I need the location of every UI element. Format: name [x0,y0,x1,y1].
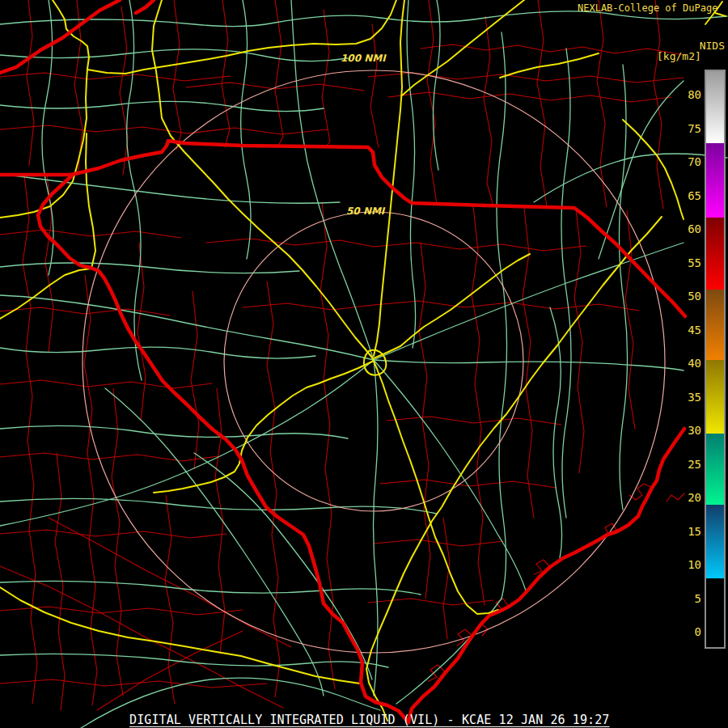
county-borders-path [368,599,493,605]
roads-path [374,360,526,590]
colorbar-tick-65: 65 [675,189,701,202]
colorbar-tick-10: 10 [675,558,701,571]
county-borders-path [472,206,485,605]
county-borders-path [427,0,437,204]
roads-path [550,307,562,558]
roads-path [433,0,440,170]
interstates-path [500,53,599,78]
county-borders-path [0,453,218,461]
county-borders-path [165,495,175,704]
colorbar [705,70,726,649]
colorbar-tick-75: 75 [675,122,701,135]
colorbar-gradient [706,71,724,647]
county-borders-path [186,83,364,91]
county-borders-path [138,243,146,421]
range-ring-label-50nmi: 50 NMI [346,206,384,217]
county-borders-path [112,388,123,696]
roads-path [374,360,684,370]
interstates-layer [0,0,726,721]
colorbar-tick-0: 0 [675,625,701,638]
roads-path [0,360,374,526]
county-borders-path [322,10,330,147]
colorbar-tick-60: 60 [675,222,701,235]
county-borders-path [0,566,283,708]
roads-path [599,81,684,259]
roads-path [0,425,348,438]
colorbar-tick-15: 15 [675,525,701,538]
county-borders-path [0,380,212,388]
interstates-path [154,362,372,493]
range-ring-label-100nmi: 100 NMI [341,53,386,64]
interstates-path [623,120,684,219]
colorbar-tick-20: 20 [675,491,701,504]
county-borders-path [443,518,450,639]
roads-path [0,295,374,360]
colorbar-tick-30: 30 [675,424,701,437]
interstates-path [0,133,95,319]
county-borders-path [27,0,34,166]
brand-text: NEXLAB-College of DuPage [578,2,717,14]
roads-path [0,174,340,203]
county-borders-path [191,291,199,469]
county-borders-path [537,0,547,206]
shore-detail-layer [429,484,684,681]
county-borders-path [370,24,379,147]
colorbar-tick-5: 5 [675,592,701,605]
county-borders-path [0,530,226,538]
county-borders-path [484,16,493,206]
colorbar-tick-80: 80 [675,88,701,101]
roads-path [396,599,502,704]
radar-map-canvas[interactable] [0,0,728,728]
county-borders-path [574,209,584,473]
interstates-path [152,0,498,614]
county-borders-path [374,243,586,251]
colorbar-tick-50: 50 [675,290,701,303]
county-borders-path [222,0,230,147]
roads-path [0,101,324,111]
colorbar-tick-40: 40 [675,357,701,370]
interstates-path [366,217,662,721]
county-borders-path [0,73,231,81]
interstates-path [0,587,360,684]
roads-path [407,0,416,348]
colorbar-tick-45: 45 [675,324,701,336]
county-borders-path [215,388,225,654]
county-borders-path [23,175,37,704]
county-borders-path [387,417,561,425]
colorbar-tick-25: 25 [675,458,701,471]
county-borders-path [419,243,430,599]
roads-path [619,65,627,510]
county-borders-path [84,275,97,705]
roads-path [497,32,507,599]
county-borders-path [0,679,267,688]
colorbar-tick-70: 70 [675,155,701,168]
roads-path [105,388,324,696]
colorbar-tick-35: 35 [675,391,701,404]
county-borders-path [120,6,128,175]
county-borders-path [206,239,374,247]
county-borders-path [368,73,684,83]
county-borders-path [0,125,328,134]
radar-viewer: 100 NMI 50 NMI NEXLAB-College of DuPage … [0,0,728,728]
colorbar-units-label: [kg/m2] [657,51,701,62]
county-borders-path [421,44,684,55]
state-borders-path [0,141,685,316]
state-borders-path [136,0,154,13]
colorbar-tick-55: 55 [675,256,701,269]
county-borders-path [625,210,635,429]
product-title: DIGITAL VERTICALLY INTEGRATED LIQUID (VI… [129,713,610,726]
